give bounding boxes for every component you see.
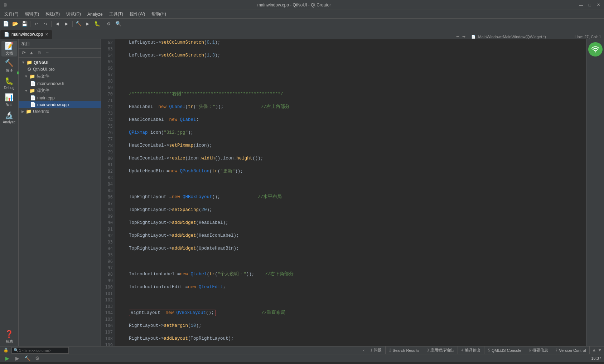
menu-file[interactable]: 文件(F) bbox=[1, 10, 21, 18]
close-button[interactable]: ✕ bbox=[595, 2, 601, 8]
tree-item-qtnoui[interactable]: ▼ 📁 QtNoUI bbox=[19, 59, 101, 66]
tab-label-compile-output: 编译输出 bbox=[465, 348, 480, 353]
help-icon: ❓ bbox=[5, 330, 14, 338]
sidebar-icon-help[interactable]: ❓ 帮助 bbox=[1, 329, 17, 345]
bottom-tab-app-output[interactable]: 3 应用程序输出 bbox=[423, 346, 458, 354]
tree-item-mainwindow-h[interactable]: 📄 mainwindow.h bbox=[19, 80, 101, 87]
toolbar-new[interactable]: 📄 bbox=[1, 20, 10, 28]
tab-close-button[interactable]: ✕ bbox=[45, 32, 48, 37]
status-run-green[interactable]: ▶ bbox=[3, 354, 11, 363]
headers-icon: 📁 bbox=[29, 74, 35, 79]
status-time: 16:37 bbox=[591, 356, 601, 360]
tab-num-7: 7 bbox=[556, 348, 558, 352]
menu-bar: 文件(F) 编辑(E) 构建(B) 调试(D) Analyze 工具(T) 控件… bbox=[0, 10, 604, 19]
toolbar-forward[interactable]: ▶ bbox=[62, 20, 71, 28]
sidebar: 项目 ⟳ ▲ ⊟ ⋯ ▼ 📁 QtNoUI ⚙ QtNoUI.pro ▼ 📁 头… bbox=[19, 39, 101, 346]
debug-icon: 🐛 bbox=[5, 77, 14, 85]
status-settings-btn[interactable]: ⚙ bbox=[33, 354, 42, 363]
sidebar-icon-documents[interactable]: 📝 文档 bbox=[1, 41, 17, 56]
bottom-search-clear[interactable]: ✕ bbox=[362, 348, 364, 353]
bottom-search-input[interactable] bbox=[11, 347, 69, 354]
tree-label-headers: 头文件 bbox=[37, 73, 49, 79]
analyze-label: Analyze bbox=[3, 120, 16, 124]
editor-area: 62 63 64 65 66 67 68 69 70 71 72 73 74 7… bbox=[101, 39, 586, 346]
status-right: 16:37 bbox=[591, 356, 601, 360]
toolbar-back[interactable]: ◀ bbox=[53, 20, 62, 28]
toolbar-save[interactable]: 💾 bbox=[20, 20, 29, 28]
toolbar-open[interactable]: 📂 bbox=[11, 20, 19, 28]
menu-tools[interactable]: 工具(T) bbox=[106, 10, 126, 18]
minimize-button[interactable]: — bbox=[578, 2, 584, 8]
menu-edit[interactable]: 编辑(E) bbox=[22, 10, 42, 18]
sidebar-filter[interactable]: ⊟ bbox=[36, 49, 43, 56]
right-panel bbox=[586, 39, 604, 346]
status-build-btn[interactable]: 🔨 bbox=[23, 354, 32, 363]
mainwindow-cpp-icon: 📄 bbox=[30, 102, 36, 107]
tree-label-qtnoui: QtNoUI bbox=[34, 60, 48, 65]
toolbar-debug-run[interactable]: 🐛 bbox=[93, 20, 101, 28]
menu-build[interactable]: 构建(B) bbox=[43, 10, 63, 18]
tree-item-mainwindow-cpp[interactable]: 📄 mainwindow.cpp bbox=[19, 101, 101, 108]
sidebar-sync[interactable]: ⟳ bbox=[20, 49, 27, 56]
bottom-search-icon: 🔍 bbox=[14, 348, 19, 353]
tree-arrow-userinfo: ▶ bbox=[21, 109, 24, 113]
toolbar-build[interactable]: 🔨 bbox=[74, 20, 83, 28]
window-title: mainwindow.cpp - QtNoUI - Qt Creator bbox=[10, 3, 578, 8]
maximize-button[interactable]: □ bbox=[587, 2, 593, 8]
documents-label: 文档 bbox=[6, 51, 13, 56]
bottom-tabs: 🔒 🔍 ✕ 1 问题 2 Search Results 3 应用程序输出 4 编… bbox=[0, 346, 604, 354]
line-numbers: 62 63 64 65 66 67 68 69 70 71 72 73 74 7… bbox=[101, 39, 115, 346]
tree-item-userinfo[interactable]: ▶ 📁 UserInfo bbox=[19, 108, 101, 115]
debug-label: Debug bbox=[4, 86, 14, 90]
tree-item-headers[interactable]: ▼ 📁 头文件 bbox=[19, 73, 101, 80]
bottom-nav-up[interactable]: ▲ bbox=[593, 348, 595, 353]
bottom-nav-down[interactable]: ▼ bbox=[598, 348, 601, 353]
sidebar-icon-project[interactable]: 📊 项目 bbox=[1, 92, 17, 108]
sidebar-icon-build[interactable]: 🔨 编译 bbox=[1, 58, 17, 74]
bottom-tab-qml-console[interactable]: 5 QML/JS Console bbox=[484, 346, 525, 354]
sidebar-header: 项目 bbox=[19, 39, 101, 49]
sidebar-icon-debug[interactable]: 🐛 Debug bbox=[1, 75, 17, 91]
status-left: ▶ ▶ 🔨 ⚙ bbox=[3, 354, 42, 363]
title-bar: 🖥 mainwindow.cpp - QtNoUI - Qt Creator —… bbox=[0, 0, 604, 10]
project-icon: 📊 bbox=[5, 93, 14, 102]
toolbar-run[interactable]: ▶ bbox=[83, 20, 92, 28]
tab-mainwindow-cpp[interactable]: 📄 mainwindow.cpp ✕ bbox=[0, 30, 52, 39]
userinfo-icon: 📁 bbox=[26, 109, 32, 114]
menu-help[interactable]: 帮助(H) bbox=[149, 10, 169, 18]
tree-label-userinfo: UserInfo bbox=[33, 109, 49, 114]
icon-sidebar: 📝 文档 🔨 编译 🐛 Debug 📊 项目 🔬 Analyze ❓ 帮助 bbox=[0, 39, 19, 346]
tree-label-main-cpp: main.cpp bbox=[37, 95, 55, 100]
tree-item-qtnoui-pro[interactable]: ⚙ QtNoUI.pro bbox=[19, 66, 101, 73]
status-run-debug[interactable]: ▶ bbox=[13, 354, 21, 363]
tab-num-2: 2 bbox=[389, 348, 391, 352]
bottom-lock[interactable]: 🔒 bbox=[1, 346, 10, 355]
tree-arrow-qtnoui: ▼ bbox=[21, 60, 25, 64]
code-editor[interactable]: LeftLayout->setColumnStretch(0,1); LeftL… bbox=[115, 39, 586, 346]
header-file-icon: 📄 bbox=[30, 81, 36, 86]
tab-num-6: 6 bbox=[529, 348, 531, 352]
sidebar-collapse[interactable]: ▲ bbox=[28, 49, 35, 56]
sidebar-icon-analyze[interactable]: 🔬 Analyze bbox=[1, 109, 17, 125]
sidebar-more[interactable]: ⋯ bbox=[44, 49, 51, 56]
bottom-tab-version-control[interactable]: 7 Version Control bbox=[552, 346, 590, 354]
menu-analyze[interactable]: Analyze bbox=[84, 11, 106, 18]
toolbar-redo[interactable]: ↪ bbox=[41, 20, 50, 28]
tree-arrow-sources: ▼ bbox=[24, 89, 28, 93]
bottom-tab-search-results[interactable]: 2 Search Results bbox=[386, 346, 423, 354]
toolbar-search[interactable]: 🔍 bbox=[114, 20, 122, 28]
toolbar-undo[interactable]: ↩ bbox=[32, 20, 40, 28]
wifi-icon[interactable] bbox=[588, 42, 603, 56]
tab-label-qml-console: QML/JS Console bbox=[492, 348, 521, 353]
menu-debug[interactable]: 调试(D) bbox=[63, 10, 84, 18]
tree-label-mainwindow-cpp: mainwindow.cpp bbox=[37, 102, 69, 107]
menu-controls[interactable]: 控件(W) bbox=[127, 10, 148, 18]
tree-item-sources[interactable]: ▼ 📁 源文件 bbox=[19, 87, 101, 94]
bottom-status: ▲ ▼ bbox=[590, 348, 604, 353]
tab-num-3: 3 bbox=[427, 348, 429, 352]
bottom-tab-compile-output[interactable]: 4 编译输出 bbox=[458, 346, 485, 354]
tree-item-main-cpp[interactable]: 📄 main.cpp bbox=[19, 94, 101, 101]
toolbar-settings[interactable]: ⚙ bbox=[105, 20, 113, 28]
bottom-tab-general-info[interactable]: 6 概要信息 bbox=[525, 346, 552, 354]
bottom-tab-problems[interactable]: 1 问题 bbox=[367, 346, 386, 354]
